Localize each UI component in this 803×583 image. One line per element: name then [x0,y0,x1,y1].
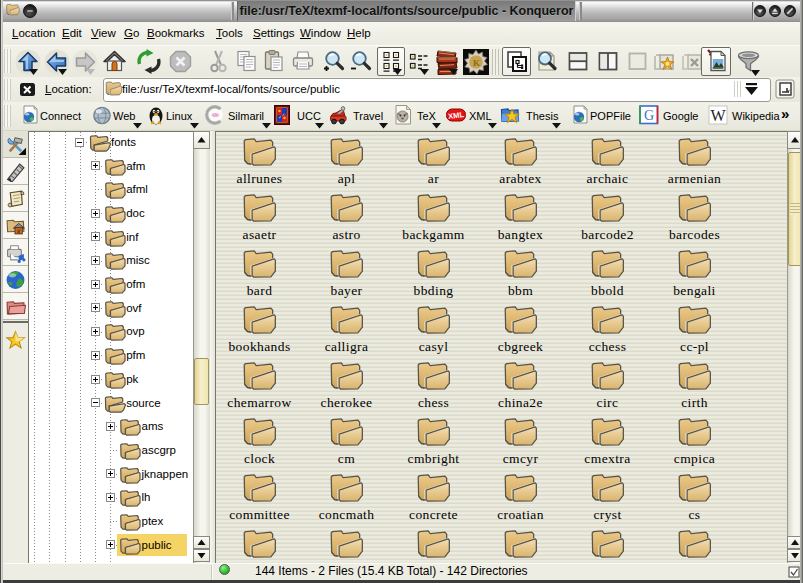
svg-text:G: G [644,108,654,123]
svg-text:K: K [473,58,480,68]
svg-text:W: W [710,107,726,124]
